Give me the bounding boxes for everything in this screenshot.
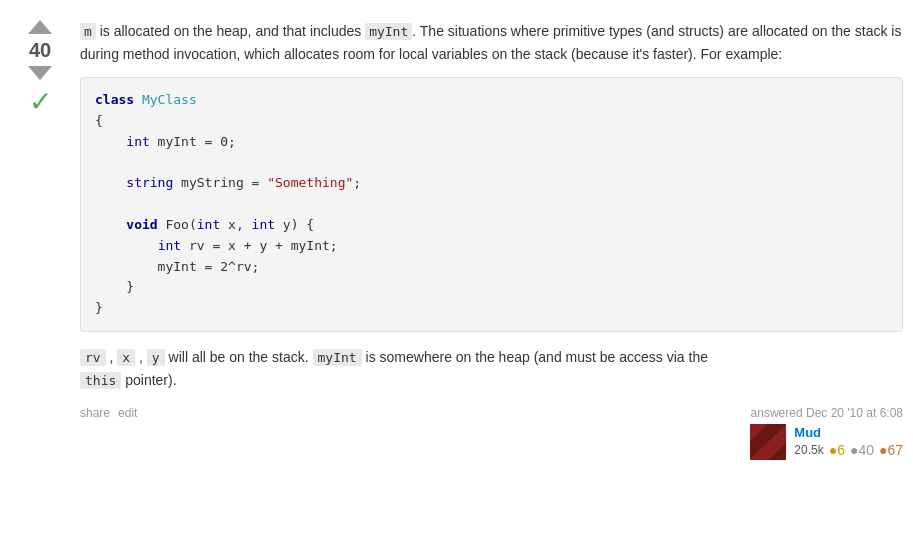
avatar-image [750,424,786,460]
answer-footer: share edit answered Dec 20 '10 at 6:08 M… [80,406,903,460]
user-info: Mud 20.5k ●6 ●40 ●67 [794,425,903,458]
prose2-text1: will all be on the stack. [165,349,313,365]
badge-bronze: ●67 [879,442,903,458]
code-y: y [147,349,165,366]
keyword-int-2: int [197,217,220,232]
keyword-class: class [95,92,134,107]
vote-up-button[interactable] [28,20,52,34]
keyword-string: string [126,175,173,190]
code-block: class MyClass { int myInt = 0; string my… [80,77,903,332]
keyword-int-3: int [252,217,275,232]
badge-silver: ●40 [850,442,874,458]
user-card: Mud 20.5k ●6 ●40 ●67 [750,424,903,460]
answered-label: answered Dec 20 '10 at 6:08 [751,406,903,420]
class-name: MyClass [142,92,197,107]
keyword-int-1: int [126,134,149,149]
string-literal: "Something" [267,175,353,190]
code-myint-2: myInt [313,349,362,366]
user-rep: 20.5k [794,443,823,457]
prose2-sep1: , [106,349,118,365]
answer-meta: answered Dec 20 '10 at 6:08 Mud 20.5k ●6… [750,406,903,460]
answer-prose-2: rv , x , y will all be on the stack. myI… [80,346,903,392]
badge-gold: ●6 [829,442,845,458]
user-stats: 20.5k ●6 ●40 ●67 [794,442,903,458]
answer-prose: m is allocated on the heap, and that inc… [80,20,903,65]
edit-link[interactable]: edit [118,406,137,420]
username[interactable]: Mud [794,425,903,440]
prose-text-before: is allocated on the heap, and that inclu… [96,23,365,39]
code-this: this [80,372,121,389]
share-link[interactable]: share [80,406,110,420]
prose2-text2: is somewhere on the heap (and must be ac… [362,349,708,365]
code-x: x [117,349,135,366]
accepted-check-icon: ✓ [29,88,52,116]
keyword-int-4: int [158,238,181,253]
vote-column: 40 ✓ [10,20,70,460]
keyword-void: void [126,217,157,232]
vote-down-button[interactable] [28,66,52,80]
answer-content: m is allocated on the heap, and that inc… [70,20,903,460]
code-m: m [80,23,96,40]
prose2-sep2: , [135,349,147,365]
avatar [750,424,786,460]
code-myint: myInt [365,23,412,40]
vote-count: 40 [29,38,51,62]
code-rv: rv [80,349,106,366]
prose2-text3: pointer). [121,372,176,388]
action-links: share edit [80,406,137,420]
